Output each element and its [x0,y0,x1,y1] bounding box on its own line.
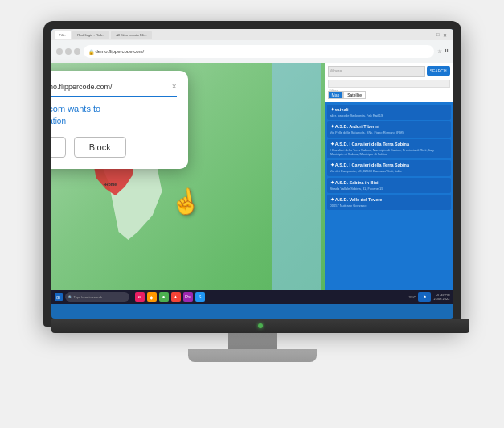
forward-button[interactable] [65,48,72,55]
taskbar: ⊞ 🔍 Type here to search e ◆ ● ▲ Ps S [51,290,453,304]
browser-maximize-icon[interactable]: □ [436,32,440,37]
taskbar-icon-4[interactable]: Ps [183,292,193,302]
windows-icon[interactable]: ⊞ [55,293,63,301]
taskbar-icons: e ◆ ● ▲ Ps S [135,292,205,302]
refresh-button[interactable] [74,48,80,55]
power-light [258,323,263,328]
taskbar-right: 37°C ⚑ 07:39 PM 21/08 2022 [409,292,450,302]
taskbar-search[interactable]: 🔍 Type here to search [65,292,129,302]
monitor-stand [188,349,317,362]
back-button[interactable] [56,48,63,55]
taskbar-icon-1[interactable]: ◆ [147,292,157,302]
satellite-tab[interactable]: Satellite [343,91,366,99]
browser-close-icon[interactable]: ✕ [443,32,447,38]
popup-title-line2: y your location [51,117,177,126]
monitor-body: Filt... Real Itagio - Flick... All Sites… [43,21,461,327]
monitor: Filt... Real Itagio - Flick... All Sites… [27,21,477,407]
cursor-hand-icon: ☝ [168,185,203,218]
extension-icons: ⠿ [445,48,449,55]
allow-button[interactable]: Allow [51,137,66,158]
browser-nav-controls [56,48,80,55]
taskbar-icon-2[interactable]: ● [159,292,169,302]
popup-title-line1: percode.com wants to [51,104,177,113]
sea-area [272,63,321,304]
url-bar[interactable]: 🔒 demo.flippercode.com/ [84,45,434,58]
popup-buttons: Allow Block [51,137,177,158]
search-input[interactable]: Where [328,66,425,77]
list-item[interactable]: ✦ A.S.D. Sabina in Bici Strada Vallale S… [327,178,451,193]
taskbar-clock: 07:39 PM 21/08 2022 [433,293,449,301]
browser-tab-3[interactable]: All Sites Locatio Filt... [111,31,151,39]
bookmark-icon[interactable]: ☆ [437,48,442,55]
taskbar-icon-3[interactable]: ▲ [171,292,181,302]
monitor-screen: Filt... Real Itagio - Flick... All Sites… [51,29,453,319]
search-row: Where SEARCH [328,66,450,77]
browser-bar: 🔒 demo.flippercode.com/ ☆ ⠿ [51,40,453,63]
list-item[interactable]: ✦ A.S.D. I Cavalieri della Terra Sabina … [327,139,451,159]
taskbar-icon-5[interactable]: S [195,292,205,302]
map-satellite-tabs: Map Satellite [328,91,450,99]
browser-tabs: Filt... Real Itagio - Flick... All Sites… [51,29,453,40]
popup-close-button[interactable]: × [172,82,177,91]
browser-tab-active[interactable]: Filt... [55,31,72,39]
results-panel: Where SEARCH Filters Map [325,63,453,304]
results-list: ✦ ezivali alier. barcode Sadoceda, Fab R… [325,102,453,304]
list-item[interactable]: ✦ ezivali alier. barcode Sadoceda, Fab R… [327,105,451,120]
browser-minimize-icon[interactable]: ─ [430,32,433,37]
block-button[interactable]: Block [74,137,126,158]
taskbar-icon-edge[interactable]: e [135,292,145,302]
list-item[interactable]: ✦ A.S.D. Valle del Tevere 00057 Nuttrano… [327,195,451,210]
location-permission-popup: ...tion? demo.flippercode.com/ × percode… [51,71,188,169]
browser-tab-2[interactable]: Real Itagio - Flick... [72,31,109,39]
rome-map-label: ♦Rome [104,182,117,187]
monitor-bezel-bottom [51,319,469,333]
map-tab[interactable]: Map [328,91,344,99]
popup-url-bar: ...tion? demo.flippercode.com/ × [51,82,177,97]
search-button[interactable]: SEARCH [427,66,450,76]
list-item[interactable]: ✦ A.S.D. Ardori Tiberini Via Fella della… [327,121,451,137]
taskbar-notification-icon[interactable]: ⚑ [418,292,431,302]
filter-row: Filters [328,80,450,88]
search-area: Where SEARCH Filters Map [325,63,453,102]
list-item[interactable]: ✦ A.S.D. I Cavalieri della Terra Sabina … [327,160,451,175]
